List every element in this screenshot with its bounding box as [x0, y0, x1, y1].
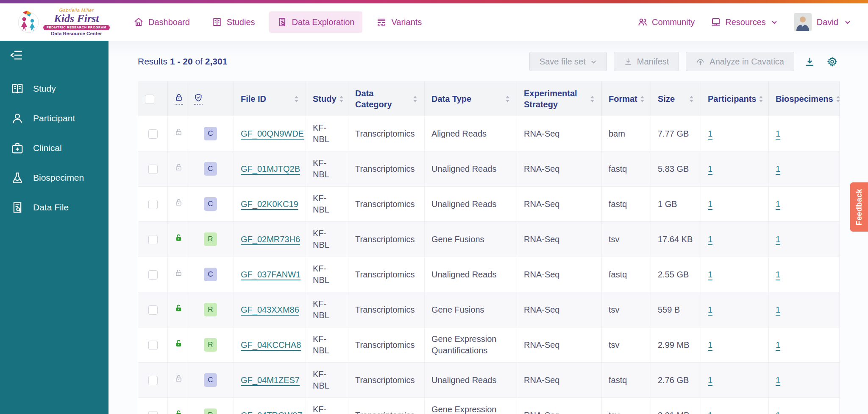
sort-icon[interactable]: [505, 95, 510, 103]
file-id-link[interactable]: GF_04M1ZES7: [241, 375, 300, 385]
column-header-format[interactable]: Format: [602, 82, 651, 116]
home-icon: [134, 17, 144, 27]
row-checkbox[interactable]: [148, 129, 158, 139]
biospecimens-link[interactable]: 1: [776, 305, 780, 314]
column-header-study[interactable]: Study: [306, 82, 348, 116]
access-badge: R: [204, 232, 217, 246]
biospecimens-link[interactable]: 1: [776, 199, 780, 209]
biospecimens-link[interactable]: 1: [776, 340, 780, 350]
sidebar-item-participant-label: Participant: [33, 113, 75, 123]
sidebar-item-biospecimen[interactable]: Biospecimen: [0, 163, 108, 193]
data-category-cell: Transcriptomics: [348, 116, 425, 151]
file-id-link[interactable]: GF_043XXM86: [241, 305, 299, 314]
file-id-link[interactable]: GF_02K0KC19: [241, 199, 298, 209]
column-header-experimental-strategy[interactable]: Experimental Strategy: [517, 82, 602, 116]
biospecimens-link[interactable]: 1: [776, 411, 780, 414]
file-id-link[interactable]: GF_04KCCHA8: [241, 340, 301, 350]
format-cell: fastq: [602, 257, 651, 292]
sort-icon[interactable]: [836, 95, 840, 103]
save-file-set-button[interactable]: Save file set: [529, 52, 607, 71]
sort-icon[interactable]: [413, 95, 417, 103]
file-id-link[interactable]: GF_00QN9WDE: [241, 129, 304, 138]
user-menu[interactable]: David: [794, 13, 851, 31]
participants-link[interactable]: 1: [708, 340, 712, 350]
table-row: R GF_043XXM86 KF-NBL Transcriptomics Gen…: [138, 292, 840, 327]
kids-first-logo[interactable]: Gabriella Miller Kids First PEDIATRIC RE…: [17, 8, 114, 36]
row-checkbox[interactable]: [148, 341, 158, 350]
manifest-button[interactable]: Manifest: [614, 52, 679, 71]
community-link[interactable]: Community: [637, 17, 695, 27]
access-badge: C: [204, 197, 217, 211]
sidebar-item-data-file-label: Data File: [33, 202, 69, 213]
experimental-strategy-cell: RNA-Seq: [517, 398, 602, 414]
column-header-file-id[interactable]: File ID: [234, 82, 306, 116]
participants-link[interactable]: 1: [708, 411, 712, 414]
data-category-cell: Transcriptomics: [348, 327, 425, 363]
community-label: Community: [652, 17, 695, 27]
participants-link[interactable]: 1: [708, 375, 712, 385]
file-id-link[interactable]: GF_037FANW1: [241, 270, 300, 279]
table-settings-button[interactable]: [825, 55, 839, 69]
column-header-size[interactable]: Size: [651, 82, 701, 116]
size-cell: 7.77 GB: [651, 116, 701, 151]
sort-icon[interactable]: [640, 95, 645, 103]
biospecimens-link[interactable]: 1: [776, 164, 780, 173]
feedback-tab[interactable]: Feedback: [850, 182, 868, 232]
access-badge: R: [204, 408, 217, 414]
sort-icon[interactable]: [339, 95, 344, 103]
variants-table-icon: [376, 17, 387, 27]
nav-dashboard[interactable]: Dashboard: [125, 11, 198, 33]
select-all-checkbox[interactable]: [145, 95, 154, 104]
file-access-column-tooltip[interactable]: [175, 93, 183, 105]
sidebar-collapse-button[interactable]: [10, 49, 23, 63]
sidebar-item-data-file[interactable]: Data File: [0, 193, 108, 222]
row-checkbox[interactable]: [148, 411, 158, 414]
participants-link[interactable]: 1: [708, 235, 712, 244]
participants-link[interactable]: 1: [708, 270, 712, 279]
study-cell: KF-NBL: [306, 116, 348, 151]
row-checkbox[interactable]: [148, 235, 158, 244]
resources-menu[interactable]: Resources: [711, 17, 778, 27]
sort-icon[interactable]: [294, 95, 299, 103]
nav-studies[interactable]: Studies: [204, 11, 263, 33]
sidebar-item-participant[interactable]: Participant: [0, 104, 108, 133]
row-checkbox[interactable]: [148, 200, 158, 209]
data-access-column-tooltip[interactable]: [194, 93, 203, 105]
participants-link[interactable]: 1: [708, 305, 712, 314]
column-header-participants[interactable]: Participants: [701, 82, 769, 116]
community-icon: [637, 17, 648, 27]
column-header-biospecimens[interactable]: Biospecimens: [769, 82, 840, 116]
row-checkbox[interactable]: [148, 376, 158, 385]
table-row: R GF_02MR73H6 KF-NBL Transcriptomics Gen…: [138, 222, 840, 257]
table-row: R GF_04KCCHA8 KF-NBL Transcriptomics Gen…: [138, 327, 840, 363]
sort-icon[interactable]: [689, 95, 694, 103]
sidebar-item-study[interactable]: Study: [0, 74, 108, 104]
download-results-button[interactable]: [803, 55, 817, 69]
biospecimens-link[interactable]: 1: [776, 375, 780, 385]
analyze-in-cavatica-button[interactable]: Analyze in Cavatica: [686, 52, 794, 71]
data-category-cell: Transcriptomics: [348, 222, 425, 257]
participants-link[interactable]: 1: [708, 129, 712, 138]
size-cell: 559 B: [651, 292, 701, 327]
participants-link[interactable]: 1: [708, 164, 712, 173]
format-cell: fastq: [602, 363, 651, 398]
row-checkbox[interactable]: [148, 305, 158, 315]
row-checkbox[interactable]: [148, 165, 158, 174]
nav-data-exploration[interactable]: Data Exploration: [269, 11, 363, 33]
nav-variants[interactable]: Variants: [368, 11, 430, 33]
chevron-down-icon: [771, 19, 778, 25]
sort-icon[interactable]: [590, 95, 595, 103]
sidebar-item-clinical[interactable]: Clinical: [0, 133, 108, 163]
participants-link[interactable]: 1: [708, 199, 712, 209]
biospecimens-link[interactable]: 1: [776, 235, 780, 244]
file-id-link[interactable]: GF_02MR73H6: [241, 235, 300, 244]
biospecimens-link[interactable]: 1: [776, 129, 780, 138]
access-badge: C: [204, 268, 217, 282]
file-id-link[interactable]: GF_04TRGW0Z: [241, 411, 303, 414]
row-checkbox[interactable]: [148, 270, 158, 280]
sort-icon[interactable]: [759, 95, 763, 103]
biospecimens-link[interactable]: 1: [776, 270, 780, 279]
column-header-data-type[interactable]: Data Type: [425, 82, 517, 116]
file-id-link[interactable]: GF_01MJTQ2B: [241, 164, 300, 173]
column-header-data-category[interactable]: Data Category: [348, 82, 425, 116]
